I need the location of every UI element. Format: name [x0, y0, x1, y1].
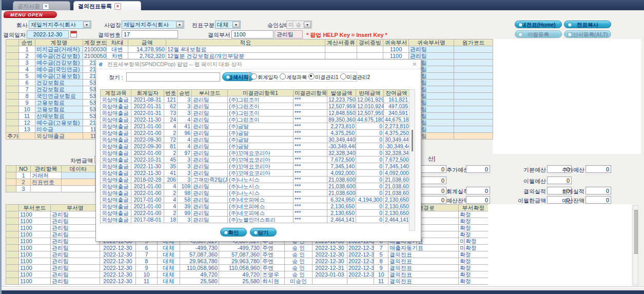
chevron-down-icon[interactable]: ▼ — [176, 22, 183, 28]
cell[interactable]: 고객만족2팀(J2 — [192, 177, 228, 183]
cell[interactable]: 44,675,180 — [356, 116, 384, 123]
cell[interactable]: *** — [294, 123, 327, 130]
cell[interactable]: 2022-12-30 — [347, 265, 374, 271]
cell[interactable]: 외상매출금 — [101, 150, 131, 156]
cell[interactable]: 98 — [178, 190, 192, 197]
cell[interactable]: 21,038,600 — [327, 177, 356, 183]
cell[interactable]: 대변 — [107, 46, 128, 53]
cell[interactable]: 10 — [19, 106, 35, 113]
cell[interactable]: 건강보험료 — [35, 80, 83, 86]
cell[interactable]: 2022-12-30 — [100, 271, 136, 278]
open-item-row[interactable]: 외상매출금2022-10-31453관리팀(주)꼬매요코리아***7,672,5… — [101, 156, 409, 163]
cell[interactable]: 전표번호 — [31, 179, 62, 186]
cell[interactable]: 32,328,340 — [327, 150, 356, 156]
cell[interactable] — [6, 225, 19, 231]
cell[interactable]: 대체 — [158, 251, 180, 258]
cell[interactable]: 추가 — [6, 133, 19, 140]
cell[interactable]: 81 — [164, 143, 178, 150]
cell[interactable]: 2,464,141 — [327, 217, 356, 223]
cell[interactable]: 32,328,340 — [384, 150, 409, 156]
cell[interactable] — [325, 46, 357, 53]
cell[interactable]: 확정 — [459, 271, 489, 278]
cell[interactable] — [6, 46, 19, 53]
cell[interactable]: -30,349,440 — [384, 143, 409, 150]
cell[interactable] — [6, 186, 16, 192]
popup-scrollbar-thumb[interactable] — [412, 130, 413, 151]
cell[interactable]: 2,762,320 — [128, 53, 166, 60]
cell[interactable]: 예수금(고용보험) — [35, 73, 83, 80]
cell[interactable] — [6, 211, 19, 218]
cell[interactable]: 4 — [164, 123, 178, 130]
cell[interactable]: 12,848,550 — [327, 110, 356, 116]
cell[interactable] — [6, 218, 19, 225]
cell[interactable]: 매출자동기표 — [388, 245, 459, 251]
cell[interactable]: 1100 — [19, 265, 51, 271]
open-item-row[interactable]: 외상매출금2022-11-30413관리팀(주)꼬매요코리아***4,092,0… — [101, 170, 409, 177]
cell[interactable]: 21,038,600 — [384, 177, 409, 183]
cell[interactable]: *** — [294, 183, 327, 190]
cell[interactable]: 관리팀 — [192, 110, 228, 116]
cell[interactable]: 관리팀 — [51, 258, 100, 265]
cell[interactable]: 110,058,960 — [180, 265, 219, 271]
dept-code-input[interactable]: 1100 — [231, 30, 274, 38]
cell[interactable]: 외상매출금 — [101, 143, 131, 150]
cell[interactable]: 2021-01-00 — [131, 203, 164, 210]
cell[interactable]: 12,010,924 — [356, 103, 384, 110]
cell[interactable]: 거래처 — [31, 172, 62, 179]
cell[interactable]: 대체 — [158, 245, 180, 251]
cell[interactable]: 9 — [374, 265, 388, 271]
cell[interactable]: 41 — [178, 123, 192, 130]
cell[interactable]: 72 — [164, 136, 178, 143]
cell[interactable]: 8 — [374, 258, 388, 265]
cell[interactable]: 57,087,360 — [180, 251, 219, 258]
cell[interactable]: 0 — [356, 150, 384, 156]
cell[interactable]: 2022-11-30 — [131, 116, 164, 123]
cell[interactable]: 미확정 — [459, 238, 489, 245]
cell[interactable]: (주)금담 — [228, 123, 294, 130]
cell[interactable]: 1100 — [19, 218, 51, 225]
cell[interactable]: 외상매출금 — [101, 210, 131, 217]
cell[interactable]: 44,675,180 — [384, 116, 409, 123]
cell[interactable]: 관리팀 — [192, 143, 228, 150]
cell[interactable]: 58 — [178, 197, 192, 203]
cell[interactable]: 관리팀 — [51, 225, 100, 231]
cell[interactable] — [6, 80, 19, 86]
cell[interactable]: 승 인 — [285, 251, 313, 258]
cell[interactable]: 5 — [19, 73, 35, 80]
cell[interactable]: 7 — [136, 251, 158, 258]
cell[interactable]: 1100 — [383, 53, 409, 60]
cell[interactable]: 2 — [164, 130, 178, 136]
cell[interactable]: 41 — [164, 170, 178, 177]
menu-open-button[interactable]: MENU OPEN — [4, 11, 57, 18]
cell[interactable]: 2017-01-00 — [131, 197, 164, 203]
cell[interactable] — [6, 245, 19, 251]
cell[interactable]: 1 — [19, 46, 35, 53]
cell[interactable]: 4,194,300 — [356, 197, 384, 203]
cell[interactable]: 외상매출금 — [101, 110, 131, 116]
cell[interactable]: 건강보험료 — [35, 86, 83, 93]
cell[interactable]: 2022-12-30 — [313, 245, 347, 251]
cell[interactable]: 9 — [136, 265, 158, 271]
cell[interactable]: 3 — [178, 96, 192, 103]
cell[interactable]: 18 — [164, 217, 178, 223]
tab-notice[interactable]: 공지사항× — [13, 1, 70, 10]
cell[interactable]: 미수금 — [35, 126, 83, 133]
cell[interactable]: 6 — [136, 245, 158, 251]
cell[interactable]: 3 — [178, 156, 192, 163]
cell[interactable]: 차변 — [107, 53, 128, 60]
cell[interactable]: 1100 — [19, 251, 51, 258]
cell[interactable]: 대체 — [158, 258, 180, 265]
tab-close-icon[interactable]: × — [43, 3, 49, 10]
cell[interactable]: 2 — [19, 53, 35, 60]
cell[interactable]: 21,038,600 — [327, 190, 356, 197]
cell[interactable]: 결의전표 — [388, 271, 459, 278]
cell[interactable]: 관리팀 — [192, 163, 228, 170]
dept-voucher-row[interactable]: 1100관리팀2022-12-309대체110,058,960110,058,9… — [6, 265, 489, 271]
cell[interactable]: 국민연금보험료 — [35, 93, 83, 100]
cell[interactable]: 21000504 — [83, 53, 107, 60]
cell[interactable]: 2022-01-31 — [131, 103, 164, 110]
slip-type-select[interactable]: 대체▼ — [215, 21, 241, 29]
dept-voucher-row[interactable]: 1100관리팀2022-12-307대체57,087,36057,087,360… — [6, 251, 489, 258]
cell[interactable]: 2021-01-00 — [131, 183, 164, 190]
cell[interactable]: 2022-09-30 — [131, 143, 164, 150]
